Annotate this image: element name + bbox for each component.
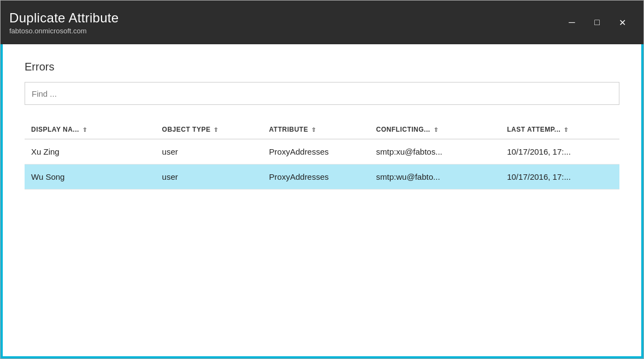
section-label: Errors: [25, 61, 619, 73]
cell-conflicting: smtp:xu@fabtos...: [370, 139, 501, 164]
title-bar: Duplicate Attribute fabtoso.onmicrosoft.…: [1, 1, 643, 44]
content-area: Errors DISPLAY NA... ⇧ OBJECT: [1, 44, 643, 358]
cell-display_name: Xu Zing: [25, 139, 156, 164]
minimize-button[interactable]: ─: [559, 14, 584, 31]
col-header-attribute[interactable]: ATTRIBUTE ⇧: [263, 120, 370, 139]
window-title: Duplicate Attribute: [9, 10, 119, 26]
window-controls: ─ □ ✕: [559, 14, 635, 31]
table-row[interactable]: Xu ZinguserProxyAddressessmtp:xu@fabtos.…: [25, 139, 619, 164]
table-header-row: DISPLAY NA... ⇧ OBJECT TYPE ⇧: [25, 120, 619, 139]
cell-attribute: ProxyAddresses: [263, 139, 370, 164]
cell-last_attempt: 10/17/2016, 17:...: [500, 164, 619, 190]
table-container: DISPLAY NA... ⇧ OBJECT TYPE ⇧: [25, 120, 619, 340]
sort-arrow-conflicting: ⇧: [434, 127, 439, 133]
table-body: Xu ZinguserProxyAddressessmtp:xu@fabtos.…: [25, 139, 619, 190]
search-input[interactable]: [25, 82, 619, 105]
main-window: Duplicate Attribute fabtoso.onmicrosoft.…: [0, 0, 644, 359]
col-header-conflicting[interactable]: CONFLICTING... ⇧: [370, 120, 501, 139]
cell-last_attempt: 10/17/2016, 17:...: [500, 139, 619, 164]
errors-table: DISPLAY NA... ⇧ OBJECT TYPE ⇧: [25, 120, 619, 190]
col-header-display-name[interactable]: DISPLAY NA... ⇧: [25, 120, 156, 139]
window-subtitle: fabtoso.onmicrosoft.com: [9, 27, 119, 35]
cell-conflicting: smtp:wu@fabto...: [370, 164, 501, 190]
sort-arrow-attribute: ⇧: [311, 127, 316, 133]
cell-object_type: user: [156, 164, 263, 190]
col-header-last-attempt[interactable]: LAST ATTEMP... ⇧: [500, 120, 619, 139]
cell-display_name: Wu Song: [25, 164, 156, 190]
table-row[interactable]: Wu SonguserProxyAddressessmtp:wu@fabto..…: [25, 164, 619, 190]
close-button[interactable]: ✕: [610, 14, 635, 31]
title-bar-left: Duplicate Attribute fabtoso.onmicrosoft.…: [9, 10, 119, 35]
col-header-object-type[interactable]: OBJECT TYPE ⇧: [156, 120, 263, 139]
maximize-button[interactable]: □: [584, 14, 610, 31]
cell-attribute: ProxyAddresses: [263, 164, 370, 190]
sort-arrow-last-attempt: ⇧: [564, 127, 569, 133]
sort-arrow-display-name: ⇧: [82, 127, 87, 133]
cell-object_type: user: [156, 139, 263, 164]
sort-arrow-object-type: ⇧: [214, 127, 218, 133]
